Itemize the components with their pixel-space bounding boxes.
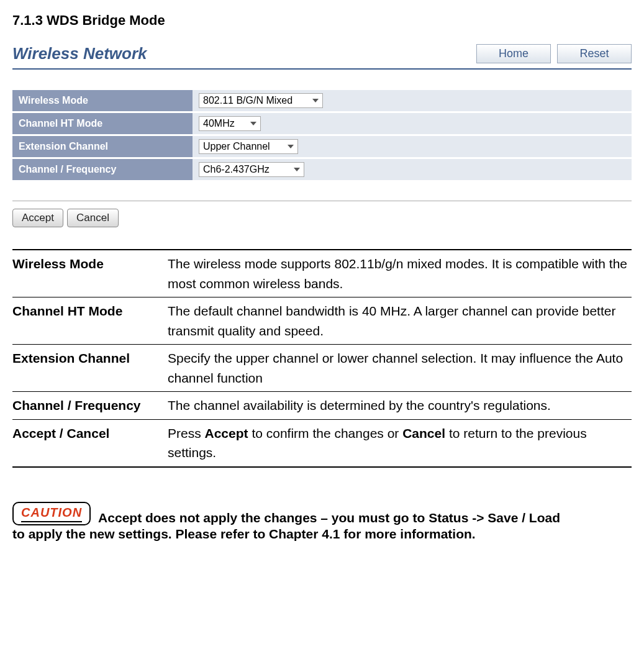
- desc-text-part: Press: [168, 426, 205, 440]
- channel-ht-dropdown[interactable]: 40MHz: [199, 116, 261, 131]
- table-row: Extension Channel Specify the upper chan…: [12, 345, 632, 392]
- caution-text-line2: to apply the new settings. Please refer …: [12, 523, 632, 545]
- extension-channel-dropdown[interactable]: Upper Channel: [199, 139, 298, 154]
- config-label: Extension Channel: [12, 136, 193, 157]
- table-row: Wireless Mode The wireless mode supports…: [12, 250, 632, 297]
- chevron-down-icon: [250, 122, 256, 125]
- wireless-mode-dropdown[interactable]: 802.11 B/G/N Mixed: [199, 93, 323, 108]
- divider: [12, 201, 632, 201]
- dropdown-value: 40MHz: [203, 118, 235, 129]
- caution-icon: CAUTION: [12, 502, 91, 525]
- config-label: Wireless Mode: [12, 90, 193, 111]
- config-label: Channel HT Mode: [12, 113, 193, 134]
- desc-label: Channel HT Mode: [12, 297, 168, 345]
- config-value-cell: Ch6-2.437GHz: [193, 159, 632, 180]
- desc-label: Channel / Frequency: [12, 392, 168, 420]
- config-label: Channel / Frequency: [12, 159, 193, 180]
- caution-underline: [21, 521, 82, 522]
- desc-label: Extension Channel: [12, 345, 168, 392]
- panel-title: Wireless Network: [12, 44, 147, 63]
- home-button[interactable]: Home: [476, 44, 551, 63]
- desc-bold: Cancel: [402, 426, 445, 440]
- config-row-extension-channel: Extension Channel Upper Channel: [12, 136, 632, 157]
- caution-row: CAUTION Accept does not apply the change…: [12, 502, 632, 525]
- desc-text: Press Accept to confirm the changes or C…: [168, 419, 632, 467]
- config-value-cell: Upper Channel: [193, 136, 632, 157]
- config-value-cell: 40MHz: [193, 113, 632, 134]
- caution-badge-text: CAUTION: [21, 506, 82, 520]
- table-row: Channel HT Mode The default channel band…: [12, 297, 632, 345]
- desc-text: The wireless mode supports 802.11b/g/n m…: [168, 250, 632, 297]
- config-row-wireless-mode: Wireless Mode 802.11 B/G/N Mixed: [12, 90, 632, 111]
- channel-frequency-dropdown[interactable]: Ch6-2.437GHz: [199, 162, 304, 177]
- config-row-channel-frequency: Channel / Frequency Ch6-2.437GHz: [12, 159, 632, 180]
- chevron-down-icon: [294, 168, 300, 171]
- config-row-channel-ht: Channel HT Mode 40MHz: [12, 113, 632, 134]
- chevron-down-icon: [312, 99, 319, 102]
- dropdown-value: 802.11 B/G/N Mixed: [203, 95, 293, 106]
- desc-label: Accept / Cancel: [12, 419, 168, 467]
- action-buttons: Accept Cancel: [12, 209, 632, 227]
- desc-label: Wireless Mode: [12, 250, 168, 297]
- desc-text: The default channel bandwidth is 40 MHz.…: [168, 297, 632, 345]
- cancel-button[interactable]: Cancel: [67, 209, 119, 227]
- panel-buttons: Home Reset: [476, 44, 632, 63]
- dropdown-value: Ch6-2.437GHz: [203, 164, 270, 175]
- desc-text: The channel availability is determined b…: [168, 392, 632, 420]
- desc-text-part: to confirm the changes or: [248, 426, 403, 440]
- table-row: Accept / Cancel Press Accept to confirm …: [12, 419, 632, 467]
- config-table: Wireless Mode 802.11 B/G/N Mixed Channel…: [12, 88, 632, 182]
- description-table: Wireless Mode The wireless mode supports…: [12, 249, 632, 468]
- accept-button[interactable]: Accept: [12, 209, 63, 227]
- wireless-network-panel: Wireless Network Home Reset Wireless Mod…: [12, 44, 632, 227]
- panel-header: Wireless Network Home Reset: [12, 44, 632, 70]
- dropdown-value: Upper Channel: [203, 141, 270, 152]
- table-row: Channel / Frequency The channel availabi…: [12, 392, 632, 420]
- desc-text: Specify the upper channel or lower chann…: [168, 345, 632, 392]
- section-heading: 7.1.3 WDS Bridge Mode: [12, 12, 632, 29]
- desc-bold: Accept: [205, 426, 248, 440]
- config-value-cell: 802.11 B/G/N Mixed: [193, 90, 632, 111]
- chevron-down-icon: [288, 145, 294, 148]
- reset-button[interactable]: Reset: [557, 44, 632, 63]
